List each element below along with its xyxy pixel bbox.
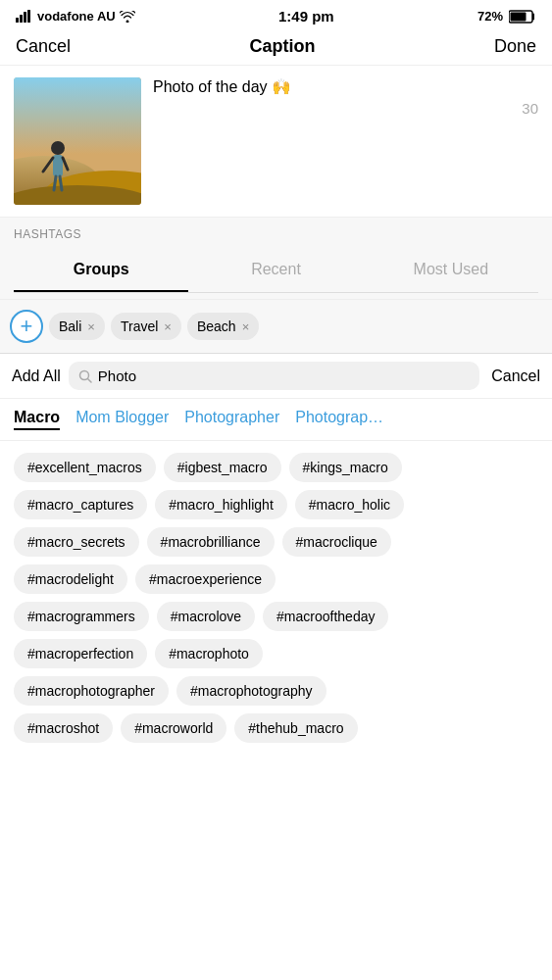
tab-groups[interactable]: Groups (14, 249, 188, 292)
hashtag-macrooftheday[interactable]: #macrooftheday (263, 602, 388, 631)
char-count: 30 (153, 100, 538, 117)
hashtag-macroworld[interactable]: #macroworld (121, 713, 226, 743)
tab-bar: Groups Recent Most Used (14, 249, 538, 293)
svg-rect-2 (24, 12, 26, 23)
hashtag-row-2: #macro_captures #macro_highlight #macro_… (14, 490, 538, 519)
hashtag-macrophoto[interactable]: #macrophoto (155, 639, 263, 668)
hashtag-macro-captures[interactable]: #macro_captures (14, 490, 147, 519)
tag-pill-travel[interactable]: Travel × (111, 313, 181, 340)
tab-recent[interactable]: Recent (188, 249, 363, 292)
svg-rect-5 (511, 12, 527, 21)
hashtag-macroclique[interactable]: #macroclique (282, 527, 391, 557)
hashtag-macroexperience[interactable]: #macroexperience (135, 564, 276, 594)
hashtags-section: HASHTAGS Groups Recent Most Used (0, 218, 552, 300)
hashtag-row-6: #macroperfection #macrophoto (14, 639, 538, 668)
status-bar: vodafone AU 1:49 pm 72% (0, 0, 552, 28)
hashtag-macro-highlight[interactable]: #macro_highlight (155, 490, 287, 519)
hashtag-row-8: #macroshot #macroworld #thehub_macro (14, 713, 538, 743)
search-icon (78, 369, 92, 383)
hashtag-macrogrammers[interactable]: #macrogrammers (14, 602, 149, 631)
cancel-search-button[interactable]: Cancel (487, 368, 540, 385)
svg-line-14 (54, 176, 56, 190)
hashtag-igbest-macro[interactable]: #igbest_macro (164, 453, 281, 482)
remove-travel-button[interactable]: × (164, 319, 172, 334)
hashtag-row-7: #macrophotographer #macrophotography (14, 676, 538, 706)
hashtag-macro-holic[interactable]: #macro_holic (295, 490, 404, 519)
cat-tab-photograp[interactable]: Photograp… (295, 409, 383, 430)
battery-percent: 72% (477, 9, 503, 24)
hashtag-macrophotography[interactable]: #macrophotography (176, 676, 326, 706)
tag-pill-beach[interactable]: Beach × (187, 313, 259, 340)
thumbnail-image (14, 77, 141, 205)
wifi-icon (120, 11, 135, 23)
hashtag-macrobrilliance[interactable]: #macrobrilliance (147, 527, 275, 557)
hashtag-macroperfection[interactable]: #macroperfection (14, 639, 147, 668)
hashtag-row-4: #macrodelight #macroexperience (14, 564, 538, 594)
nav-bar: Cancel Caption Done (0, 28, 552, 66)
hashtag-row-5: #macrogrammers #macrolove #macrooftheday (14, 602, 538, 631)
hashtags-label: HASHTAGS (14, 227, 538, 241)
tag-pills-row: + Bali × Travel × Beach × (0, 300, 552, 354)
add-all-button[interactable]: Add All (12, 368, 61, 385)
svg-point-10 (51, 141, 65, 155)
cat-tab-photographer[interactable]: Photographer (184, 409, 279, 430)
status-time: 1:49 pm (278, 8, 334, 24)
caption-area: Photo of the day 🙌 30 (0, 66, 552, 218)
cancel-button[interactable]: Cancel (16, 36, 71, 57)
search-input-wrap (69, 362, 479, 390)
search-bar: Add All Cancel (0, 354, 552, 399)
hashtag-row-1: #excellent_macros #igbest_macro #kings_m… (14, 453, 538, 482)
hashtag-row-3: #macro_secrets #macrobrilliance #macrocl… (14, 527, 538, 557)
status-battery-area: 72% (477, 9, 536, 24)
svg-rect-1 (20, 15, 23, 23)
hashtag-thehub-macro[interactable]: #thehub_macro (234, 713, 357, 743)
hashtag-macrodelight[interactable]: #macrodelight (14, 564, 127, 594)
remove-beach-button[interactable]: × (242, 319, 250, 334)
battery-icon (509, 10, 536, 24)
search-input[interactable] (98, 368, 470, 384)
add-tag-button[interactable]: + (10, 310, 43, 343)
caption-text-area[interactable]: Photo of the day 🙌 30 (141, 77, 538, 205)
caption-text: Photo of the day 🙌 (153, 77, 538, 96)
svg-line-15 (60, 176, 62, 190)
svg-rect-11 (53, 155, 63, 176)
hashtag-excellent-macros[interactable]: #excellent_macros (14, 453, 156, 482)
svg-rect-3 (27, 10, 30, 23)
thumbnail (14, 77, 141, 205)
page-title: Caption (250, 36, 316, 57)
tag-pill-bali[interactable]: Bali × (49, 313, 105, 340)
svg-line-17 (87, 378, 91, 382)
status-carrier: vodafone AU (16, 9, 135, 24)
done-button[interactable]: Done (494, 36, 536, 57)
hashtag-macrolove[interactable]: #macrolove (157, 602, 255, 631)
hashtag-kings-macro[interactable]: #kings_macro (289, 453, 402, 482)
remove-bali-button[interactable]: × (87, 319, 95, 334)
cat-tab-macro[interactable]: Macro (14, 409, 60, 430)
hashtag-grid: #excellent_macros #igbest_macro #kings_m… (0, 441, 552, 762)
hashtag-macroshot[interactable]: #macroshot (14, 713, 113, 743)
svg-rect-0 (16, 18, 19, 23)
signal-icon (16, 10, 33, 23)
hashtag-macrophotographer[interactable]: #macrophotographer (14, 676, 169, 706)
hashtag-macro-secrets[interactable]: #macro_secrets (14, 527, 139, 557)
cat-tab-mom-blogger[interactable]: Mom Blogger (75, 409, 169, 430)
tab-most-used[interactable]: Most Used (364, 249, 538, 292)
category-tabs: Macro Mom Blogger Photographer Photograp… (0, 399, 552, 441)
